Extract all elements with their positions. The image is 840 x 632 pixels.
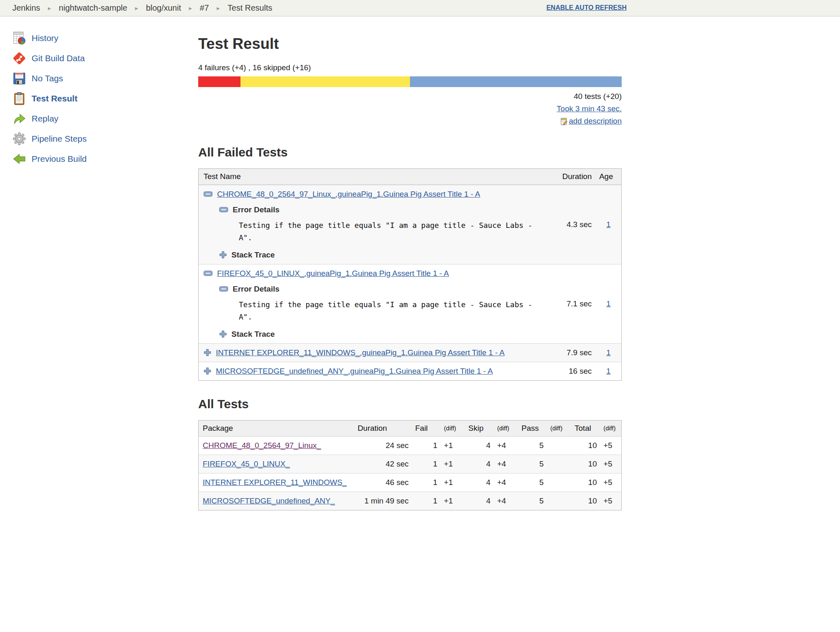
column-header-pass[interactable]: Pass bbox=[517, 420, 546, 436]
failed-test-age-link[interactable]: 1 bbox=[606, 220, 611, 229]
sidebar-item-label: Replay bbox=[32, 114, 58, 124]
stack-trace-label: Stack Trace bbox=[231, 330, 275, 339]
fail-diff: +1 bbox=[440, 492, 464, 510]
pass-diff bbox=[546, 455, 570, 473]
sidebar-item-previous-build[interactable]: Previous Build bbox=[12, 149, 198, 169]
failed-tests-table-header: Test Name Duration Age bbox=[199, 169, 621, 185]
collapse-icon[interactable] bbox=[219, 286, 228, 292]
failed-test-row: INTERNET EXPLORER_11_WINDOWS_.guineaPig_… bbox=[199, 343, 621, 362]
total-count: 10 bbox=[570, 492, 599, 510]
gear-icon bbox=[12, 132, 26, 146]
fail-count: 1 bbox=[411, 473, 440, 492]
replay-icon bbox=[12, 112, 26, 126]
sidebar-item-no-tags[interactable]: No Tags bbox=[12, 68, 198, 88]
skip-diff: +4 bbox=[493, 492, 517, 510]
stack-trace-label: Stack Trace bbox=[231, 251, 275, 260]
sidebar-item-git-build-data[interactable]: Git Build Data bbox=[12, 48, 198, 68]
expand-icon[interactable] bbox=[204, 349, 211, 356]
collapse-icon[interactable] bbox=[219, 207, 228, 212]
expand-icon[interactable] bbox=[219, 330, 227, 338]
all-tests-row: INTERNET EXPLORER_11_WINDOWS_ 46 sec 1 +… bbox=[199, 473, 622, 492]
fail-count: 1 bbox=[411, 455, 440, 473]
all-tests-heading: All Tests bbox=[198, 397, 622, 411]
bar-failed-segment bbox=[198, 76, 240, 87]
failed-test-link[interactable]: MICROSOFTEDGE_undefined_ANY_.guineaPig_1… bbox=[216, 367, 493, 376]
pass-diff bbox=[546, 492, 570, 510]
column-header-total[interactable]: Total bbox=[570, 420, 599, 436]
fail-diff: +1 bbox=[440, 436, 464, 455]
package-duration: 1 min 49 sec bbox=[353, 492, 411, 510]
breadcrumb-item-build-number[interactable]: #7 bbox=[200, 3, 209, 13]
total-diff: +5 bbox=[599, 492, 621, 510]
breadcrumb-item-job[interactable]: nightwatch-sample bbox=[59, 3, 127, 13]
package-duration: 24 sec bbox=[353, 436, 411, 455]
total-diff: +5 bbox=[599, 436, 621, 455]
enable-auto-refresh-link[interactable]: ENABLE AUTO REFRESH bbox=[546, 4, 627, 11]
column-header-fail[interactable]: Fail bbox=[411, 420, 440, 436]
breadcrumb-item-test-results[interactable]: Test Results bbox=[228, 3, 272, 13]
failed-tests-heading: All Failed Tests bbox=[198, 145, 622, 159]
skip-diff: +4 bbox=[493, 436, 517, 455]
main-content: Test Result 4 failures (+4) , 16 skipped… bbox=[198, 16, 622, 510]
package-link[interactable]: MICROSOFTEDGE_undefined_ANY_ bbox=[203, 496, 335, 505]
pass-diff bbox=[546, 473, 570, 492]
package-link[interactable]: CHROME_48_0_2564_97_Linux_ bbox=[203, 441, 321, 450]
error-details-text: Testing if the page title equals "I am a… bbox=[239, 219, 546, 244]
package-duration: 46 sec bbox=[353, 473, 411, 492]
skip-count: 4 bbox=[464, 492, 493, 510]
failed-test-row: FIREFOX_45_0_LINUX_.guineaPig_1.Guinea P… bbox=[199, 264, 621, 343]
skip-count: 4 bbox=[464, 455, 493, 473]
sidebar-item-label: No Tags bbox=[32, 74, 63, 83]
failed-test-age-link[interactable]: 1 bbox=[606, 348, 611, 357]
breadcrumb-separator-icon: ▸ bbox=[217, 5, 220, 12]
failed-test-link[interactable]: INTERNET EXPLORER_11_WINDOWS_.guineaPig_… bbox=[216, 348, 505, 357]
sidebar-item-replay[interactable]: Replay bbox=[12, 108, 198, 129]
package-duration: 42 sec bbox=[353, 455, 411, 473]
sidebar: History Git Build Data bbox=[0, 16, 198, 510]
package-link[interactable]: INTERNET EXPLORER_11_WINDOWS_ bbox=[203, 478, 347, 487]
skip-count: 4 bbox=[464, 436, 493, 455]
total-count: 10 bbox=[570, 473, 599, 492]
pass-count: 5 bbox=[517, 492, 546, 510]
sidebar-item-test-result[interactable]: Test Result bbox=[12, 88, 198, 108]
breadcrumb-item-jenkins[interactable]: Jenkins bbox=[12, 3, 40, 13]
package-link[interactable]: FIREFOX_45_0_LINUX_ bbox=[203, 460, 290, 468]
all-tests-row: CHROME_48_0_2564_97_Linux_ 24 sec 1 +1 4… bbox=[199, 436, 622, 455]
error-details-label: Error Details bbox=[233, 285, 279, 294]
expand-icon[interactable] bbox=[219, 251, 227, 259]
add-description-link[interactable]: add description bbox=[569, 115, 622, 127]
column-header-package[interactable]: Package bbox=[199, 420, 354, 436]
bar-passed-segment bbox=[410, 76, 622, 87]
failed-test-row: CHROME_48_0_2564_97_Linux_.guineaPig_1.G… bbox=[199, 185, 621, 264]
column-header-duration: Duration bbox=[547, 172, 592, 181]
breadcrumb-item-branch[interactable]: blog/xunit bbox=[146, 3, 181, 13]
fail-count: 1 bbox=[411, 492, 440, 510]
test-result-bar bbox=[198, 76, 622, 87]
took-duration-link[interactable]: Took 3 min 43 sec. bbox=[557, 104, 622, 113]
column-header-pass-diff: (diff) bbox=[546, 420, 570, 436]
failed-test-link[interactable]: CHROME_48_0_2564_97_Linux_.guineaPig_1.G… bbox=[217, 190, 480, 199]
collapse-icon[interactable] bbox=[204, 271, 213, 276]
collapse-icon[interactable] bbox=[204, 191, 213, 197]
failed-test-duration: 7.9 sec bbox=[547, 348, 592, 357]
pass-diff bbox=[546, 436, 570, 455]
error-details-text: Testing if the page title equals "I am a… bbox=[239, 299, 546, 323]
column-header-skip[interactable]: Skip bbox=[464, 420, 493, 436]
pass-count: 5 bbox=[517, 455, 546, 473]
sidebar-item-history[interactable]: History bbox=[12, 28, 198, 48]
pass-count: 5 bbox=[517, 473, 546, 492]
failed-test-age-link[interactable]: 1 bbox=[606, 299, 611, 308]
sidebar-item-pipeline-steps[interactable]: Pipeline Steps bbox=[12, 129, 198, 149]
breadcrumb-separator-icon: ▸ bbox=[48, 5, 51, 12]
floppy-icon bbox=[12, 71, 26, 85]
failed-test-row: MICROSOFTEDGE_undefined_ANY_.guineaPig_1… bbox=[199, 362, 621, 380]
breadcrumb-separator-icon: ▸ bbox=[135, 5, 138, 12]
expand-icon[interactable] bbox=[204, 367, 211, 375]
all-tests-row: MICROSOFTEDGE_undefined_ANY_ 1 min 49 se… bbox=[199, 492, 622, 510]
total-diff: +5 bbox=[599, 473, 621, 492]
sidebar-item-label: Test Result bbox=[32, 94, 78, 103]
failed-test-link[interactable]: FIREFOX_45_0_LINUX_.guineaPig_1.Guinea P… bbox=[217, 269, 449, 278]
breadcrumb-separator-icon: ▸ bbox=[189, 5, 192, 12]
column-header-duration[interactable]: Duration bbox=[353, 420, 411, 436]
failed-test-age-link[interactable]: 1 bbox=[606, 367, 611, 375]
